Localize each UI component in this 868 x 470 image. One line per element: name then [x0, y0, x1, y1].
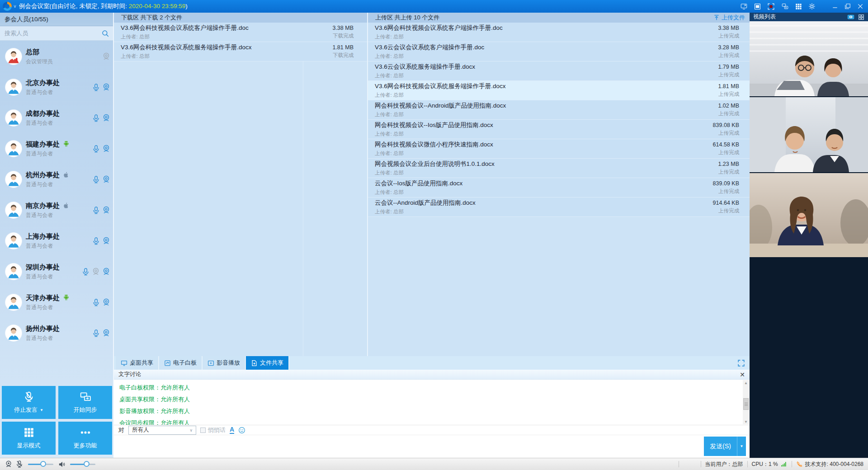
file-name: V3.6云会议会议系统客户端操作手册.doc	[375, 43, 718, 52]
send-dropdown-icon[interactable]: ▼	[737, 437, 746, 456]
upload-file-row[interactable]: V3.6网会科技视频会议系统服务端操作手册.docx 上传者: 总部 1.81 …	[368, 81, 750, 100]
action-button-sync[interactable]: 开始同步	[58, 386, 112, 419]
participant-row[interactable]: 总部 会议管理员	[0, 41, 114, 72]
camera-icon[interactable]	[102, 144, 111, 153]
camera-icon[interactable]	[102, 329, 111, 338]
file-name: 网会视频会议企业后台使用说明书1.0.1.docx	[375, 160, 718, 168]
action-button-mic-off[interactable]: 停止发言▼	[2, 386, 56, 419]
scroll-up-icon[interactable]: ▲	[744, 380, 748, 385]
participant-row[interactable]: 扬州办事处 普通与会者	[0, 318, 114, 348]
mic-icon[interactable]	[92, 114, 100, 122]
camera-icon[interactable]	[102, 83, 111, 92]
download-file-row[interactable]: V3.6网会科技视频会议系统服务端操作手册.docx 上传者: 总部 1.81 …	[114, 42, 367, 61]
mic-volume-knob[interactable]	[40, 461, 46, 467]
dropdown-caret-icon[interactable]: ▼	[40, 408, 43, 412]
video-thumbnail[interactable]	[750, 97, 868, 172]
settings-gear-icon[interactable]	[808, 3, 816, 10]
search-icon[interactable]	[101, 29, 109, 38]
upload-file-row[interactable]: V3.6云会议系统服务端操作手册.docx 上传者: 总部 1.79 MB 上传…	[368, 61, 750, 81]
whisper-option[interactable]: 悄悄话	[200, 426, 226, 434]
title-bar: ˅ 例会会议室(自由讨论, 未锁定, 到期时间: 2020-04-30 23:5…	[0, 0, 868, 13]
upload-file-row[interactable]: V3.6网会科技视频会议系统客户端操作手册.doc 上传者: 总部 3.38 M…	[368, 23, 750, 42]
tab-media[interactable]: 影音播放	[203, 356, 246, 370]
action-button-more[interactable]: 更多功能	[58, 422, 112, 455]
recipient-select[interactable]: 所有人 ∨	[128, 426, 196, 435]
tab-whiteboard[interactable]: 电子白板	[159, 356, 203, 370]
mic-muted-icon[interactable]	[15, 460, 24, 468]
font-color-button[interactable]: A	[230, 426, 234, 434]
speaker-volume-knob[interactable]	[84, 461, 90, 467]
minimize-button[interactable]	[832, 3, 838, 9]
search-input[interactable]	[5, 30, 101, 37]
video-wall-icon[interactable]	[847, 14, 854, 20]
chat-scrollbar[interactable]: ▲ ▼	[743, 380, 749, 424]
mic-icon[interactable]	[92, 175, 100, 184]
upload-file-row[interactable]: 云会议--Ios版产品使用指南.docx 上传者: 总部 839.09 KB 上…	[368, 178, 750, 197]
participant-row[interactable]: 天津办事处 普通与会者	[0, 287, 114, 318]
chat-close-icon[interactable]: ✕	[740, 371, 745, 378]
close-button[interactable]	[857, 3, 863, 9]
tab-desktop[interactable]: 桌面共享	[116, 356, 159, 370]
camera-icon[interactable]	[102, 236, 111, 245]
expand-fullscreen-icon[interactable]	[737, 359, 745, 367]
camera-icon[interactable]	[102, 206, 111, 215]
upload-file-row[interactable]: 网会视频会议企业后台使用说明书1.0.1.docx 上传者: 总部 1.23 M…	[368, 159, 750, 178]
mic-icon[interactable]	[92, 206, 100, 215]
mic-icon[interactable]	[92, 329, 100, 338]
layout-grid-icon[interactable]	[795, 3, 802, 10]
window-mode-icon[interactable]	[754, 3, 761, 10]
camera-icon[interactable]	[102, 267, 111, 276]
participant-row[interactable]: 南京办事处 普通与会者	[0, 195, 114, 226]
mic-volume-slider[interactable]	[28, 464, 53, 465]
camera-status-icon[interactable]	[5, 460, 13, 468]
upload-file-row[interactable]: 云会议--Android版产品使用指南.docx 上传者: 总部 914.64 …	[368, 197, 750, 217]
record-icon[interactable]	[767, 3, 775, 10]
upload-file-row[interactable]: 网会科技视频会议--Ios版产品使用指南.docx 上传者: 总部 839.08…	[368, 120, 750, 139]
upload-file-row[interactable]: V3.6云会议会议系统客户端操作手册.doc 上传者: 总部 3.28 MB 上…	[368, 42, 750, 61]
upload-file-row[interactable]: 网会科技视频会议微信小程序快速指南.docx 上传者: 总部 614.58 KB…	[368, 139, 750, 159]
upload-file-link[interactable]: 上传文件	[713, 14, 750, 22]
mic-icon[interactable]	[81, 268, 90, 276]
scrollbar-thumb[interactable]	[743, 398, 749, 410]
participant-name: 南京办事处	[26, 202, 60, 210]
mic-icon[interactable]	[92, 237, 100, 245]
action-button-label: 显示模式	[17, 442, 41, 450]
participant-row[interactable]: 杭州办事处 普通与会者	[0, 164, 114, 195]
whisper-checkbox[interactable]	[200, 428, 206, 433]
camera-icon[interactable]	[102, 298, 111, 307]
upload-file-row[interactable]: 网会科技视频会议--Android版产品使用指南.docx 上传者: 总部 1.…	[368, 100, 750, 120]
send-button[interactable]: 发送(S) ▼	[704, 437, 746, 456]
participant-row[interactable]: 成都办事处 普通与会者	[0, 103, 114, 133]
multi-screen-sync-icon[interactable]	[781, 3, 789, 10]
camera-icon[interactable]	[102, 175, 111, 184]
camera-off-icon[interactable]	[102, 52, 111, 61]
speaker-volume-slider[interactable]	[70, 464, 95, 465]
speaker-icon[interactable]	[58, 461, 66, 468]
chat-input[interactable]	[114, 435, 750, 458]
participant-row[interactable]: 深圳办事处 普通与会者	[0, 256, 114, 287]
video-thumbnail[interactable]	[750, 21, 868, 96]
video-thumbnail[interactable]	[750, 173, 868, 257]
camera-icon[interactable]	[102, 113, 111, 122]
title-chevron-down-icon[interactable]: ˅	[14, 4, 16, 9]
participant-row[interactable]: 福建办事处 普通与会者	[0, 133, 114, 164]
download-file-row[interactable]: V3.6网会科技视频会议系统客户端操作手册.doc 上传者: 总部 3.38 M…	[114, 23, 367, 42]
file-uploader: 上传者: 总部	[375, 189, 713, 196]
mic-icon[interactable]	[92, 145, 100, 153]
mic-icon[interactable]	[92, 83, 100, 92]
send-button-label[interactable]: 发送(S)	[704, 437, 737, 456]
scroll-down-icon[interactable]: ▼	[744, 419, 748, 424]
participant-row[interactable]: 上海办事处 普通与会者	[0, 226, 114, 256]
mic-icon[interactable]	[92, 298, 100, 307]
action-button-grid-big[interactable]: 显示模式	[2, 422, 56, 455]
restore-button[interactable]	[844, 3, 851, 9]
tab-fileshare[interactable]: 文件共享	[246, 356, 289, 370]
video-grid-icon[interactable]	[858, 14, 864, 20]
emoji-icon[interactable]	[238, 427, 245, 434]
file-name: 云会议--Ios版产品使用指南.docx	[375, 179, 713, 188]
participants-header: 参会人员(10/55)	[0, 13, 113, 26]
screen-share-icon[interactable]	[740, 3, 748, 10]
participant-role: 普通与会者	[26, 304, 70, 311]
participant-row[interactable]: 北京办事处 普通与会者	[0, 72, 114, 103]
camera-off-icon[interactable]	[91, 267, 100, 276]
